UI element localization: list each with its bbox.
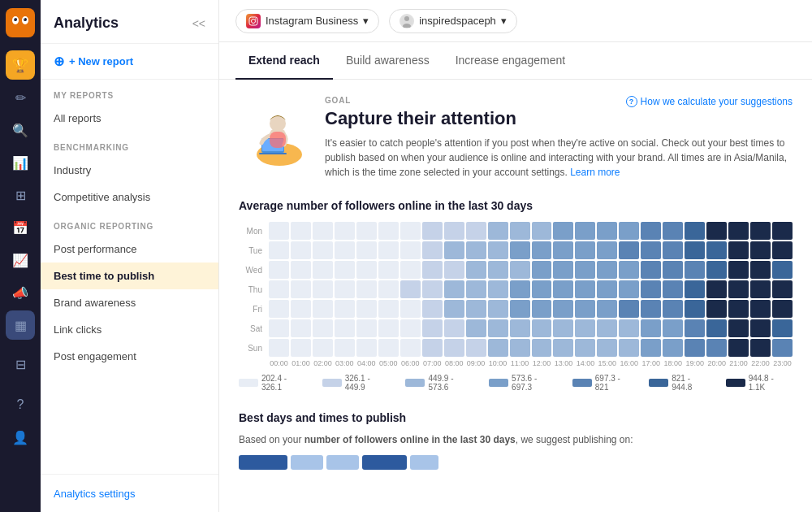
heatmap-cell: [619, 280, 639, 298]
heatmap-cell: [706, 241, 727, 259]
heatmap-cell: [685, 222, 705, 240]
heatmap-cell: [378, 222, 399, 240]
heatmap-cell: [510, 222, 530, 240]
heatmap-cell: [356, 319, 377, 337]
heatmap-cell: [488, 222, 508, 240]
legend-item: 944.8 - 1.1K: [726, 374, 793, 392]
rail-icon-search[interactable]: 🔍: [6, 115, 35, 145]
rail-icon-grid2[interactable]: ⊟: [6, 349, 35, 379]
heatmap-cell: [356, 300, 377, 318]
sidebar-collapse-button[interactable]: <<: [192, 17, 205, 30]
heatmap-cell: [619, 300, 639, 318]
heatmap-cell: [619, 222, 639, 240]
rail-icon-compose[interactable]: ✏: [6, 83, 35, 112]
goal-text: GOAL Capture their attention It's easier…: [325, 96, 793, 180]
svg-point-5: [14, 18, 15, 19]
heatmap-grid: MonTueWedThuFriSatSun: [239, 222, 793, 357]
tab-increase-engagement[interactable]: Increase engagement: [443, 42, 578, 80]
heatmap-cell: [685, 241, 705, 259]
heatmap-cell: [488, 241, 508, 259]
heatmap-cell: [641, 241, 661, 259]
heatmap-cell: [532, 261, 552, 279]
rail-icon-grid[interactable]: ⊞: [6, 180, 35, 210]
heatmap-cell: [663, 241, 683, 259]
rail-icon-help[interactable]: ?: [6, 390, 35, 419]
new-report-button[interactable]: ⊕ + New report: [41, 44, 218, 80]
best-day-bar-4: [362, 455, 407, 470]
heatmap-time-label: 09:00: [466, 359, 486, 367]
heatmap-row-label: Sat: [239, 319, 267, 337]
platform-label: Instagram Business: [266, 15, 358, 27]
heatmap-cell: [291, 319, 311, 337]
platform-selector[interactable]: Instagram Business ▾: [235, 9, 379, 33]
heatmap-cell: [619, 319, 639, 337]
heatmap-cell: [378, 300, 399, 318]
heatmap-cell: [356, 339, 377, 357]
sidebar-item-all-reports[interactable]: All reports: [41, 105, 218, 132]
learn-more-link[interactable]: Learn more: [570, 167, 620, 178]
platform-chevron: ▾: [363, 15, 369, 27]
heatmap-time-label: 13:00: [553, 359, 573, 367]
heatmap-cell: [619, 241, 639, 259]
topbar: Instagram Business ▾ inspiredspaceph ▾: [219, 0, 812, 42]
rail-icon-analytics[interactable]: 📊: [6, 148, 35, 177]
sidebar: Analytics << ⊕ + New report MY REPORTS A…: [41, 0, 219, 512]
tab-bar: Extend reach Build awareness Increase en…: [219, 42, 812, 80]
rail-icon-trends[interactable]: 📈: [6, 245, 35, 275]
analytics-settings-link[interactable]: Analytics settings: [54, 488, 135, 500]
tab-build-awareness[interactable]: Build awareness: [333, 42, 443, 80]
heatmap-cell: [269, 280, 289, 298]
heatmap-cell: [532, 222, 552, 240]
heatmap-cell: [706, 280, 727, 298]
heatmap-time-label: 20:00: [706, 359, 727, 367]
heatmap-cell: [641, 300, 661, 318]
heatmap-cell: [772, 300, 793, 318]
rail-icon-reports[interactable]: ▦: [6, 310, 35, 340]
best-day-bar-2: [291, 455, 323, 470]
heatmap-row-label: Thu: [239, 280, 267, 298]
goal-banner: GOAL Capture their attention It's easier…: [239, 96, 793, 180]
sidebar-item-post-performance[interactable]: Post performance: [41, 236, 218, 263]
heatmap-cell: [356, 241, 377, 259]
heatmap-cell: [597, 280, 617, 298]
sidebar-title: Analytics: [54, 15, 119, 32]
rail-icon-user[interactable]: 👤: [6, 423, 35, 452]
heatmap-time-label: 02:00: [313, 359, 333, 367]
heatmap-cell: [553, 280, 573, 298]
heatmap-cell: [663, 319, 683, 337]
sidebar-item-industry[interactable]: Industry: [41, 157, 218, 184]
heatmap-cell: [356, 280, 377, 298]
heatmap-cell: [706, 339, 727, 357]
heatmap-legend: 202.4 - 326.1326.1 - 449.9449.9 - 573.65…: [239, 374, 793, 392]
heatmap-cell: [706, 222, 727, 240]
rail-icon-calendar[interactable]: 📅: [6, 213, 35, 242]
rail-icon-goals[interactable]: 🏆: [6, 50, 35, 80]
sidebar-item-best-time[interactable]: Best time to publish: [41, 263, 218, 289]
heatmap-cell: [750, 319, 771, 337]
heatmap-cell: [444, 280, 464, 298]
heatmap-time-label: 19:00: [685, 359, 705, 367]
sidebar-item-brand-awareness[interactable]: Brand awareness: [41, 289, 218, 316]
heatmap-cell: [378, 241, 399, 259]
goal-title: Capture their attention: [325, 108, 793, 129]
account-selector[interactable]: inspiredspaceph ▾: [389, 9, 517, 33]
heatmap-cell: [663, 339, 683, 357]
heatmap-cell: [510, 300, 530, 318]
sidebar-item-competitive-analysis[interactable]: Competitive analysis: [41, 184, 218, 210]
heatmap-cell: [400, 300, 421, 318]
heatmap-row-label: Fri: [239, 300, 267, 318]
heatmap-cell: [269, 300, 289, 318]
app-logo[interactable]: [6, 8, 35, 41]
svg-rect-18: [259, 153, 287, 154]
heatmap-cell: [663, 300, 683, 318]
heatmap-cell: [619, 261, 639, 279]
heatmap-cell: [750, 339, 771, 357]
heatmap-cell: [335, 261, 355, 279]
sidebar-item-link-clicks[interactable]: Link clicks: [41, 316, 218, 343]
heatmap-time-label: 12:00: [532, 359, 552, 367]
rail-icon-campaigns[interactable]: 📣: [6, 278, 35, 307]
sidebar-item-post-engagement[interactable]: Post engagement: [41, 343, 218, 370]
calc-link[interactable]: ? How we calculate your suggestions: [626, 96, 793, 107]
heatmap-cell: [706, 300, 727, 318]
tab-extend-reach[interactable]: Extend reach: [235, 42, 333, 80]
